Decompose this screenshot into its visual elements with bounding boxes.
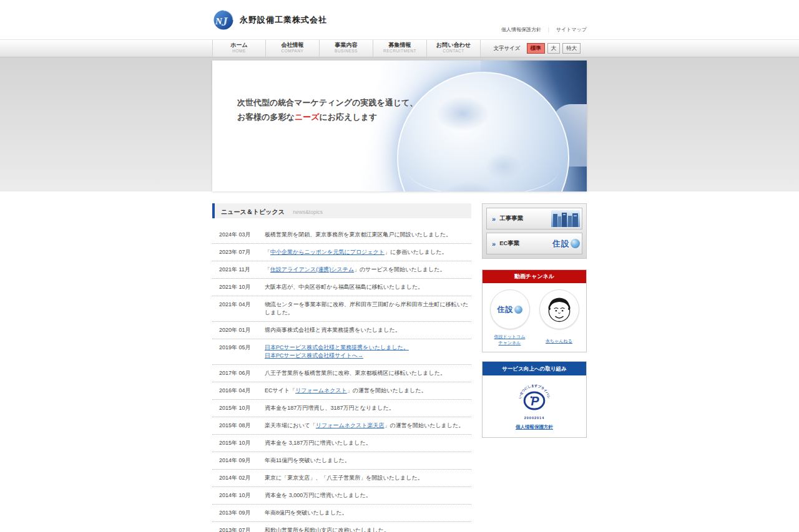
news-date: 2015年 10月: [219, 439, 265, 447]
company-logo-icon: N J: [212, 9, 235, 31]
nav-item-home[interactable]: ホーム HOME: [212, 40, 266, 57]
news-date: 2014年 10月: [219, 491, 265, 500]
link-separator: ｜: [546, 26, 551, 33]
news-text-segment: 年商11億円を突破いたしました。: [265, 457, 350, 463]
jyusetsu-channel-link[interactable]: 住設ドットコムチャンネル: [494, 334, 526, 346]
company-name: 永野設備工業株式会社: [240, 14, 327, 26]
news-text-segment: 」のサービスを開始いたしました。: [354, 266, 445, 273]
nav-label: お問い合わせ: [427, 42, 480, 49]
news-link[interactable]: 中小企業からニッポンを元気にプロジェクト: [270, 249, 385, 255]
nav-sublabel: HOME: [213, 49, 265, 54]
font-size-xlarge-button[interactable]: 特大: [562, 43, 581, 54]
news-text: 資本金を 3,000万円に増資いたしました。: [265, 491, 471, 500]
ei-channel[interactable]: 永ちゃんねる: [536, 289, 583, 347]
font-size-large-button[interactable]: 大: [547, 43, 561, 54]
font-size-standard-button[interactable]: 標準: [527, 43, 545, 54]
jyusetsu-logo-ball: [571, 239, 580, 248]
ec-business-banner[interactable]: » EC事業 住設: [486, 233, 582, 254]
news-link[interactable]: リフォームネクスト: [295, 387, 347, 394]
news-text: 大阪本店が、中央区谷町から福島区福島に移転いたしました。: [265, 283, 471, 291]
news-section: ニュース＆トピックス news&topics 2024年 03月板橋営業所を閉鎖…: [212, 203, 471, 532]
news-row: 2015年 10月資本金を187万円増資し、3187万円となりました。: [212, 400, 471, 417]
news-text: 年商11億円を突破いたしました。: [265, 457, 471, 465]
nav-item-recruitment[interactable]: 募集情報 RECRUITMENT: [373, 40, 427, 57]
news-row: 2023年 07月「中小企業からニッポンを元気にプロジェクト」に参画いたしました…: [212, 244, 471, 261]
news-text-segment: 板橋営業所を閉鎖、東京事務所を東京都江東区亀戸に開設いたしました。: [265, 231, 451, 238]
privacy-mark-icon: たいせつにしますプライバシー P: [512, 380, 557, 413]
business-banner-box: » 工事事業: [482, 203, 587, 259]
news-link[interactable]: 住設アライアンス(連携)システム: [270, 266, 354, 273]
news-text-segment: 年商8億円を突破いたしました。: [265, 510, 347, 516]
news-date: 2015年 08月: [219, 422, 265, 430]
nav-label: 募集情報: [373, 42, 426, 49]
news-row: 2016年 04月ECサイト「リフォームネクスト」の運営を開始いたしました。: [212, 382, 471, 400]
service-box-body: たいせつにしますプライバシー P 20002014 個人情報保護方針: [483, 375, 586, 437]
jyusetsu-logo-text: 住設: [552, 238, 570, 249]
hero-line2-post: にお応えします: [320, 112, 378, 122]
news-text: 東京に「東京支店」、「八王子営業所」を開設いたしました。: [265, 474, 471, 482]
news-row: 2020年 01月堀内商事株式会社様と資本業務提携をいたしました。: [212, 322, 471, 339]
news-text-segment: 」に参画いたしました。: [385, 249, 447, 255]
construction-business-banner[interactable]: » 工事事業: [486, 208, 582, 230]
nav-item-company[interactable]: 会社情報 COMPANY: [266, 40, 320, 57]
nav-sublabel: RECRUITMENT: [373, 49, 426, 54]
hero-line1: 次世代型の統合マーケティングの実践を通じて、: [237, 98, 418, 107]
jyusetsu-channel-icon[interactable]: 住設: [490, 289, 530, 329]
news-row: 2017年 06月八王子営業所を板橋営業所に改称、東京都板橋区に移転いたしました…: [212, 365, 471, 382]
news-row: 2019年 05月日本PCサービス株式会社様と業務提携をいたしました。日本PCサ…: [212, 339, 471, 365]
news-row: 2021年 11月「住設アライアンス(連携)システム」のサービスを開始いたしまし…: [212, 261, 471, 279]
news-text-segment: 」の運営を開始いたしました。: [385, 422, 464, 428]
news-row: 2015年 10月資本金を 3,187万円に増資いたしました。: [212, 435, 471, 452]
channel-link-line2: チャンネル: [499, 341, 521, 345]
news-link[interactable]: リフォームネクスト楽天店: [316, 422, 385, 428]
utility-links: 個人情報保護方針 ｜ サイトマップ: [501, 26, 587, 33]
news-row: 2014年 10月資本金を 3,000万円に増資いたしました。: [212, 487, 471, 505]
news-row: 2014年 09月年商11億円を突破いたしました。: [212, 452, 471, 470]
news-link[interactable]: 日本PCサービス株式会社様と業務提携をいたしました。: [265, 344, 409, 351]
sidebar: » 工事事業: [482, 203, 587, 438]
news-text-segment: 八王子営業所を板橋営業所に改称、東京都板橋区に移転いたしました。: [265, 370, 446, 376]
sitemap-link[interactable]: サイトマップ: [556, 26, 587, 33]
hero-line2-highlight: ニーズ: [295, 112, 320, 122]
news-text-segment: 大阪本店が、中央区谷町から福島区福島に移転いたしました。: [265, 284, 423, 290]
news-text-segment: 」の運営を開始いたしました。: [347, 387, 427, 394]
hero-copy: 次世代型の統合マーケティングの実践を通じて、 お客様の多彩なニーズにお応えします: [237, 95, 418, 124]
jyusetsu-channel[interactable]: 住設 住設ドットコムチャンネル: [486, 289, 534, 347]
video-channel-header: 動画チャンネル: [483, 270, 586, 283]
nav-label: ホーム: [213, 42, 265, 49]
news-text: 日本PCサービス株式会社様と業務提携をいたしました。日本PCサービス株式会社様サ…: [265, 344, 471, 360]
nav-sublabel: CONTACT: [427, 49, 480, 54]
news-row: 2013年 07月和歌山営業所を和歌山支店に改称いたしました。: [212, 522, 471, 532]
company-logo[interactable]: N J 永野設備工業株式会社: [212, 9, 327, 31]
news-text-segment: 資本金を187万円増資し、3187万円となりました。: [265, 405, 395, 411]
font-size-label: 文字サイズ: [493, 45, 520, 52]
svg-text:J: J: [221, 15, 228, 28]
news-text-segment: 物流センターを事業本部に改称、岸和田市三田町から岸和田市土生町に移転いたしました…: [265, 301, 468, 316]
double-arrow-icon: »: [492, 215, 496, 223]
news-text: 年商8億円を突破いたしました。: [265, 509, 471, 517]
news-text: 堀内商事株式会社様と資本業務提携をいたしました。: [265, 326, 471, 334]
news-text-segment: 「: [265, 266, 270, 273]
news-row: 2021年 04月物流センターを事業本部に改称、岸和田市三田町から岸和田市土生町…: [212, 296, 471, 322]
hero-line2-pre: お客様の多彩な: [237, 112, 295, 122]
ei-channel-icon[interactable]: [539, 289, 579, 329]
nav-item-business[interactable]: 事業内容 BUSINESS: [320, 40, 373, 57]
double-arrow-icon: »: [492, 240, 496, 248]
news-text-segment: 和歌山営業所を和歌山支店に改称いたしました。: [265, 527, 390, 532]
news-date: 2015年 10月: [219, 404, 265, 412]
nav-sublabel: COMPANY: [266, 49, 319, 54]
pmark-letter: P: [531, 394, 539, 408]
news-title: ニュース＆トピックス: [221, 208, 285, 215]
banner-label: 工事事業: [499, 215, 551, 223]
privacy-policy-link[interactable]: 個人情報保護方針: [501, 26, 541, 33]
pmark-privacy-link[interactable]: 個人情報保護方針: [516, 424, 553, 430]
nav-item-contact[interactable]: お問い合わせ CONTACT: [427, 40, 481, 57]
video-channel-body: 住設 住設ドットコムチャンネル: [483, 283, 586, 352]
news-date: 2016年 04月: [219, 387, 265, 395]
news-list: 2024年 03月板橋営業所を閉鎖、東京事務所を東京都江東区亀戸に開設いたしまし…: [212, 226, 471, 532]
news-link[interactable]: 日本PCサービス株式会社様サイトへ→: [265, 352, 363, 359]
news-text: 資本金を 3,187万円に増資いたしました。: [265, 439, 471, 447]
news-date: 2014年 02月: [219, 474, 265, 482]
ei-channel-link[interactable]: 永ちゃんねる: [546, 338, 572, 344]
news-row: 2024年 03月板橋営業所を閉鎖、東京事務所を東京都江東区亀戸に開設いたしまし…: [212, 226, 471, 244]
